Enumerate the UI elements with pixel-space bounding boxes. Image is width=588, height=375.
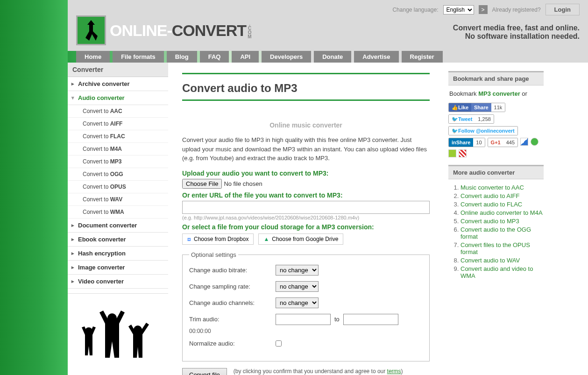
sidebar-sub-aac[interactable]: Convert to AAC bbox=[68, 105, 168, 118]
gplus-button[interactable]: G+1445 bbox=[488, 138, 518, 147]
twitter-follow-button[interactable]: 🐦 Follow @onlineconvert bbox=[448, 126, 518, 135]
sidebar-sub-mp3[interactable]: Convert to MP3 bbox=[68, 156, 168, 168]
already-registered-label: Already registered? bbox=[492, 7, 541, 13]
trim-to-label: to bbox=[334, 316, 340, 323]
url-label: Or enter URL of the file you want to con… bbox=[182, 191, 430, 199]
tweet-button[interactable]: 🐦 Tweet1,258 bbox=[448, 114, 494, 124]
main-content: Convert audio to MP3 Online music conver… bbox=[177, 63, 439, 375]
bitrate-select[interactable]: no change bbox=[276, 265, 319, 276]
nav-home[interactable]: Home bbox=[76, 51, 110, 63]
trim-from-input[interactable] bbox=[276, 314, 331, 325]
sidebar: Converter Archive converter Audio conver… bbox=[68, 63, 168, 375]
sidebar-item-archive[interactable]: Archive converter bbox=[68, 77, 168, 91]
nav-blog[interactable]: Blog bbox=[167, 51, 197, 63]
channels-label: Change audio channels: bbox=[189, 299, 276, 306]
nav-advertise[interactable]: Advertise bbox=[354, 51, 398, 63]
stumbleupon-icon[interactable] bbox=[531, 138, 538, 146]
url-input[interactable] bbox=[182, 201, 430, 214]
logo[interactable]: ONLINE-CONVERT.COM bbox=[76, 15, 252, 45]
language-go-button[interactable]: > bbox=[479, 5, 488, 14]
change-language-label: Change language: bbox=[392, 7, 438, 13]
time-hint: 00:00:00 bbox=[189, 328, 423, 334]
more-link-m4a[interactable]: Online audio converter to M4A bbox=[460, 209, 543, 216]
sidebar-sub-opus[interactable]: Convert to OPUS bbox=[68, 181, 168, 193]
description: Convert your audio file to MP3 in high q… bbox=[182, 135, 430, 163]
misc-share-icon[interactable] bbox=[448, 149, 456, 157]
sub-heading: Online music converter bbox=[182, 103, 430, 135]
nav-tabs: Home File formats Blog FAQ API Developer… bbox=[68, 51, 588, 63]
nav-file-formats[interactable]: File formats bbox=[113, 51, 164, 63]
sidebar-sub-wav[interactable]: Convert to WAV bbox=[68, 193, 168, 206]
disclaimer: (by clicking you confirm that you unders… bbox=[234, 368, 403, 375]
logo-icon bbox=[76, 15, 106, 45]
sidebar-item-ebook[interactable]: Ebook converter bbox=[68, 233, 168, 247]
bookmark-link[interactable]: MP3 converter bbox=[478, 90, 520, 97]
sampling-select[interactable]: no change bbox=[276, 281, 319, 292]
misc-share-icon-2[interactable] bbox=[459, 149, 467, 157]
upload-label: Upload your audio you want to convert to… bbox=[182, 170, 430, 177]
sidebar-item-video[interactable]: Video converter bbox=[68, 275, 168, 289]
nav-developers[interactable]: Developers bbox=[262, 51, 311, 63]
google-drive-button[interactable]: ▲ Choose from Google Drive bbox=[258, 233, 343, 245]
sidebar-sub-flac[interactable]: Convert to FLAC bbox=[68, 130, 168, 143]
bitrate-label: Change audio bitrate: bbox=[189, 267, 276, 274]
sidebar-sub-m4a[interactable]: Convert to M4A bbox=[68, 143, 168, 156]
login-button[interactable]: Login bbox=[545, 4, 580, 15]
more-link-mp3[interactable]: Convert audio to MP3 bbox=[460, 218, 519, 225]
normalize-checkbox[interactable] bbox=[276, 340, 282, 347]
nav-api[interactable]: API bbox=[232, 51, 259, 63]
linkedin-share-button[interactable]: in Share10 bbox=[448, 138, 485, 147]
sidebar-item-audio[interactable]: Audio converter bbox=[68, 91, 168, 105]
more-link-aiff[interactable]: Convert audio to AIFF bbox=[460, 192, 519, 199]
more-link-aac[interactable]: Music converter to AAC bbox=[460, 184, 524, 191]
file-input[interactable] bbox=[182, 179, 297, 189]
more-link-wma[interactable]: Convert audio and video to WMA bbox=[460, 265, 533, 279]
sidebar-sub-wma[interactable]: Convert to WMA bbox=[68, 206, 168, 219]
sidebar-sub-aiff[interactable]: Convert to AIFF bbox=[68, 118, 168, 130]
sidebar-title: Converter bbox=[68, 63, 168, 77]
more-converter-heading: More audio converter bbox=[448, 166, 544, 179]
sampling-label: Change sampling rate: bbox=[189, 283, 276, 290]
top-bar: Change language: English > Already regis… bbox=[68, 0, 588, 15]
channels-select[interactable]: no change bbox=[276, 297, 319, 308]
fb-like-button[interactable]: 👍 LikeShare11k bbox=[448, 103, 505, 112]
more-link-wav[interactable]: Convert audio to WAV bbox=[460, 257, 520, 264]
url-hint: (e.g. http://www.jpl.nasa.gov/videos/wis… bbox=[182, 215, 430, 220]
right-column: Bookmark and share page Bookmark MP3 con… bbox=[448, 63, 551, 375]
delicious-icon[interactable] bbox=[520, 138, 528, 146]
people-illustration bbox=[68, 293, 168, 372]
logo-text: ONLINE-CONVERT.COM bbox=[110, 21, 252, 40]
language-select[interactable]: English bbox=[443, 5, 474, 14]
trim-label: Trim audio: bbox=[189, 316, 276, 323]
tagline: Convert media free, fast and online. No … bbox=[453, 20, 580, 41]
page-title: Convert audio to MP3 bbox=[182, 73, 430, 101]
more-link-opus[interactable]: Convert files to the OPUS format bbox=[460, 241, 530, 255]
sidebar-sub-ogg[interactable]: Convert to OGG bbox=[68, 168, 168, 181]
dropbox-icon: ⧈ bbox=[187, 236, 191, 242]
left-green-strip bbox=[0, 0, 68, 375]
settings-legend: Optional settings bbox=[189, 251, 238, 258]
sidebar-item-image[interactable]: Image converter bbox=[68, 261, 168, 275]
bookmark-text: Bookmark MP3 converter or bbox=[448, 85, 544, 102]
convert-button[interactable]: Convert file bbox=[182, 368, 227, 375]
nav-faq[interactable]: FAQ bbox=[200, 51, 229, 63]
nav-donate[interactable]: Donate bbox=[314, 51, 351, 63]
bookmark-heading: Bookmark and share page bbox=[448, 72, 544, 85]
sidebar-item-hash[interactable]: Hash encryption bbox=[68, 247, 168, 261]
normalize-label: Normalize audio: bbox=[189, 340, 276, 347]
dropbox-button[interactable]: ⧈ Choose from Dropbox bbox=[182, 233, 254, 245]
optional-settings: Optional settings Change audio bitrate: … bbox=[182, 251, 430, 361]
trim-to-input[interactable] bbox=[343, 314, 398, 325]
header: ONLINE-CONVERT.COM Convert media free, f… bbox=[68, 15, 588, 51]
sidebar-item-document[interactable]: Document converter bbox=[68, 219, 168, 233]
gdrive-icon: ▲ bbox=[263, 236, 269, 242]
more-link-flac[interactable]: Convert audio to FLAC bbox=[460, 201, 522, 208]
more-converter-list: Music converter to AAC Convert audio to … bbox=[448, 179, 544, 279]
terms-link[interactable]: terms bbox=[387, 368, 401, 375]
cloud-label: Or select a file from your cloud storage… bbox=[182, 223, 430, 231]
more-link-ogg[interactable]: Convert audio to the OGG format bbox=[460, 226, 531, 240]
nav-register[interactable]: Register bbox=[402, 51, 443, 63]
